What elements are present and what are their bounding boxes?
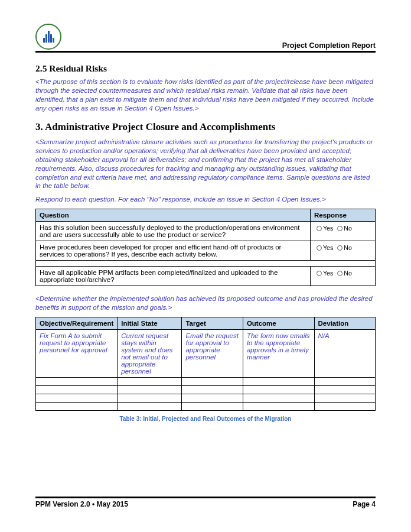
radio-icon[interactable] — [317, 271, 322, 276]
objective-requirement: Fix Form A to submit request to appropri… — [36, 330, 118, 378]
question-1-text: Has this solution been successfully depl… — [36, 222, 311, 241]
objectives-header-3: Target — [182, 317, 243, 330]
target: Email the request for approval to approp… — [182, 330, 243, 378]
footer-version: PPM Version 2.0 • May 2015 — [35, 500, 128, 508]
footer-page-number: Page 4 — [353, 500, 376, 508]
table-row: Fix Form A to submit request to appropri… — [36, 330, 376, 378]
yes-label: Yes — [323, 225, 333, 232]
objectives-table: Objective/Requirement Initial State Targ… — [35, 317, 376, 411]
table-row: Have procedures been developed for prope… — [36, 241, 376, 261]
section-3-instruction-2: Respond to each question. For each "No" … — [35, 195, 376, 204]
radio-icon[interactable] — [337, 226, 342, 231]
no-label: No — [344, 270, 351, 277]
no-label: No — [344, 225, 351, 232]
yes-label: Yes — [323, 244, 333, 251]
table-row — [36, 403, 376, 411]
objectives-header-1: Objective/Requirement — [36, 317, 118, 330]
page: Project Completion Report 2.5 Residual R… — [0, 0, 411, 532]
page-footer: PPM Version 2.0 • May 2015 Page 4 — [35, 497, 376, 508]
table-row — [36, 386, 376, 394]
question-2-text: Have procedures been developed for prope… — [36, 241, 311, 261]
table-row — [36, 378, 376, 386]
table-3-caption: Table 3: Initial, Projected and Real Out… — [35, 416, 376, 422]
table-row — [36, 394, 376, 403]
radio-icon[interactable] — [337, 245, 342, 251]
radio-icon[interactable] — [337, 271, 342, 276]
section-3-instruction-1: <Summarize project administrative closur… — [35, 138, 376, 191]
table-row: Has this solution been successfully depl… — [36, 222, 376, 241]
questions-table-header-response: Response — [311, 209, 376, 222]
objectives-header-2: Initial State — [118, 317, 182, 330]
page-header: Project Completion Report — [35, 24, 376, 53]
objectives-header-5: Deviation — [314, 317, 375, 330]
initial-state: Current request stays within system and … — [118, 330, 182, 378]
table-row: Have all applicable PPM artifacts been c… — [36, 267, 376, 286]
radio-icon[interactable] — [317, 226, 322, 231]
section-3-heading: 3. Administrative Project Closure and Ac… — [35, 121, 376, 133]
question-3-text: Have all applicable PPM artifacts been c… — [36, 267, 311, 286]
section-2-5-heading: 2.5 Residual Risks — [35, 63, 376, 74]
question-2-response: Yes No — [311, 241, 376, 261]
questions-table: Question Response Has this solution been… — [35, 209, 376, 286]
questions-table-header-question: Question — [36, 209, 311, 222]
outcome: The form now emails to the appropriate a… — [243, 330, 314, 378]
section-2-5-instruction: <The purpose of this section is to evalu… — [35, 77, 376, 113]
no-label: No — [344, 244, 351, 251]
deviation: N/A — [314, 330, 375, 378]
question-1-response: Yes No — [311, 222, 376, 241]
objectives-header-4: Outcome — [243, 317, 314, 330]
question-3-response: Yes No — [311, 267, 376, 286]
hud-seal-icon — [35, 24, 61, 50]
table-row — [36, 261, 376, 267]
page-title: Project Completion Report — [282, 41, 376, 50]
yes-label: Yes — [323, 270, 333, 277]
radio-icon[interactable] — [317, 245, 322, 251]
section-3-instruction-3: <Determine whether the implemented solut… — [35, 294, 376, 312]
